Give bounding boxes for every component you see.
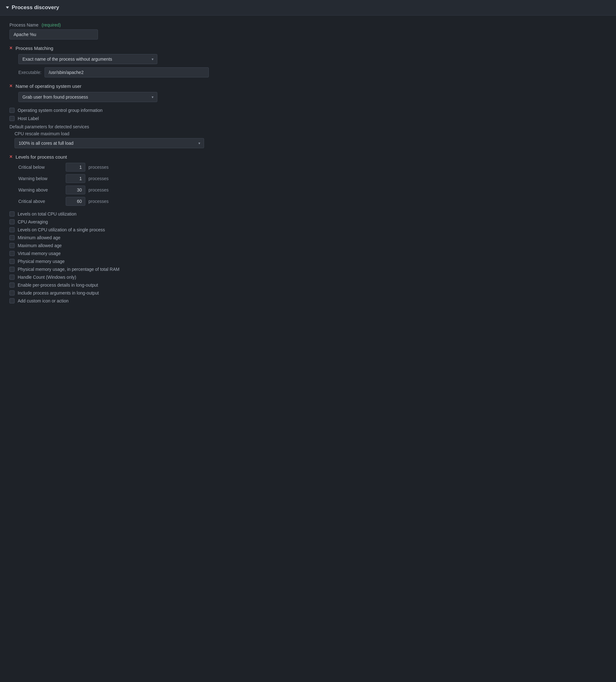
opt-checkbox-5[interactable] — [9, 251, 15, 256]
critical-below-input[interactable] — [66, 163, 85, 172]
opt-label-4: Maximum allowed age — [18, 243, 62, 248]
opt-label-11: Add custom icon or action — [18, 298, 69, 303]
default-params-section: Default parameters for detected services… — [9, 124, 607, 148]
opt-checkbox-0[interactable] — [9, 211, 15, 217]
opt-label-2: Levels on CPU utilization of a single pr… — [18, 227, 105, 232]
levels-x-icon[interactable]: × — [9, 154, 12, 160]
opt-row-5: Virtual memory usage — [9, 251, 607, 256]
host-label-checkbox[interactable] — [9, 116, 15, 121]
process-name-input[interactable] — [9, 29, 98, 40]
os-user-header: × Name of operating system user — [9, 83, 607, 89]
warning-below-unit: processes — [89, 176, 109, 181]
critical-above-input[interactable] — [66, 197, 85, 206]
cpu-rescale-select[interactable]: 100% is all cores at full load — [15, 138, 204, 148]
process-matching-select-wrapper: Exact name of the process without argume… — [18, 54, 157, 64]
opt-label-9: Enable per-process details in long-outpu… — [18, 282, 98, 288]
opt-row-11: Add custom icon or action — [9, 298, 607, 303]
opt-checkbox-11[interactable] — [9, 298, 15, 303]
os-user-section: × Name of operating system user Grab use… — [9, 83, 607, 102]
opt-checkbox-3[interactable] — [9, 235, 15, 240]
executable-label: Executable: — [18, 70, 41, 75]
content-area: Process Name (required) × Process Matchi… — [0, 16, 616, 316]
opt-checkbox-9[interactable] — [9, 282, 15, 288]
level-row-critical-below: Critical below processes — [18, 163, 607, 172]
process-matching-select[interactable]: Exact name of the process without argume… — [18, 54, 157, 64]
critical-above-label: Critical above — [18, 199, 63, 204]
opt-label-8: Handle Count (Windows only) — [18, 275, 76, 280]
opt-label-1: CPU Averaging — [18, 219, 48, 224]
opt-checkbox-10[interactable] — [9, 291, 15, 295]
os-user-x-icon[interactable]: × — [9, 83, 12, 89]
opt-label-0: Levels on total CPU utilization — [18, 211, 76, 217]
opt-row-6: Physical memory usage — [9, 259, 607, 264]
warning-above-label: Warning above — [18, 187, 63, 192]
triangle-icon — [6, 7, 9, 9]
process-matching-section: × Process Matching Exact name of the pro… — [9, 45, 607, 77]
optional-items-section: Levels on total CPU utilization CPU Aver… — [9, 211, 607, 303]
opt-label-6: Physical memory usage — [18, 259, 65, 264]
level-row-warning-below: Warning below processes — [18, 174, 607, 183]
host-label-row: Host Label — [9, 116, 607, 121]
os-user-select-wrapper: Grab user from found processess — [18, 92, 157, 102]
critical-below-label: Critical below — [18, 165, 63, 170]
opt-row-8: Handle Count (Windows only) — [9, 275, 607, 280]
levels-header: × Levels for process count — [9, 154, 607, 160]
section-title: Process discovery — [12, 4, 59, 11]
os-control-group-label: Operating system control group informati… — [18, 108, 102, 113]
opt-row-0: Levels on total CPU utilization — [9, 211, 607, 217]
opt-checkbox-7[interactable] — [9, 267, 15, 272]
default-params-label: Default parameters for detected services — [9, 124, 607, 129]
executable-input[interactable] — [45, 67, 209, 77]
opt-checkbox-8[interactable] — [9, 275, 15, 280]
levels-process-count-section: × Levels for process count Critical belo… — [9, 154, 607, 206]
opt-checkbox-4[interactable] — [9, 243, 15, 248]
opt-row-7: Physical memory usage, in percentage of … — [9, 267, 607, 272]
warning-above-unit: processes — [89, 187, 109, 192]
os-control-group-checkbox[interactable] — [9, 108, 15, 113]
levels-label: Levels for process count — [16, 154, 67, 160]
warning-above-input[interactable] — [66, 185, 85, 195]
opt-row-2: Levels on CPU utilization of a single pr… — [9, 227, 607, 232]
opt-row-10: Include process arguments in long-output — [9, 291, 607, 295]
opt-label-5: Virtual memory usage — [18, 251, 61, 256]
level-row-critical-above: Critical above processes — [18, 197, 607, 206]
opt-checkbox-1[interactable] — [9, 219, 15, 224]
opt-checkbox-2[interactable] — [9, 227, 15, 232]
executable-row: Executable: — [18, 67, 607, 77]
opt-row-1: CPU Averaging — [9, 219, 607, 224]
critical-above-unit: processes — [89, 199, 109, 204]
process-matching-header: × Process Matching — [9, 45, 607, 51]
process-name-label: Process Name (required) — [9, 22, 607, 27]
opt-checkbox-6[interactable] — [9, 259, 15, 264]
os-user-label: Name of operating system user — [16, 84, 81, 89]
opt-row-4: Maximum allowed age — [9, 243, 607, 248]
host-label-label: Host Label — [18, 116, 39, 121]
cpu-rescale-select-wrapper: 100% is all cores at full load — [15, 138, 204, 148]
opt-label-10: Include process arguments in long-output — [18, 291, 99, 295]
level-row-warning-above: Warning above processes — [18, 185, 607, 195]
section-header: Process discovery — [0, 0, 616, 16]
opt-label-3: Minimum allowed age — [18, 235, 60, 240]
process-name-group: Process Name (required) — [9, 22, 607, 40]
process-matching-x-icon[interactable]: × — [9, 45, 12, 51]
opt-label-7: Physical memory usage, in percentage of … — [18, 267, 119, 272]
critical-below-unit: processes — [89, 165, 109, 170]
opt-row-9: Enable per-process details in long-outpu… — [9, 282, 607, 288]
os-user-select[interactable]: Grab user from found processess — [18, 92, 157, 102]
os-control-group-row: Operating system control group informati… — [9, 108, 607, 113]
opt-row-3: Minimum allowed age — [9, 235, 607, 240]
warning-below-input[interactable] — [66, 174, 85, 183]
process-matching-label: Process Matching — [16, 46, 53, 51]
warning-below-label: Warning below — [18, 176, 63, 181]
cpu-rescale-label: CPU rescale maximum load — [15, 131, 607, 136]
